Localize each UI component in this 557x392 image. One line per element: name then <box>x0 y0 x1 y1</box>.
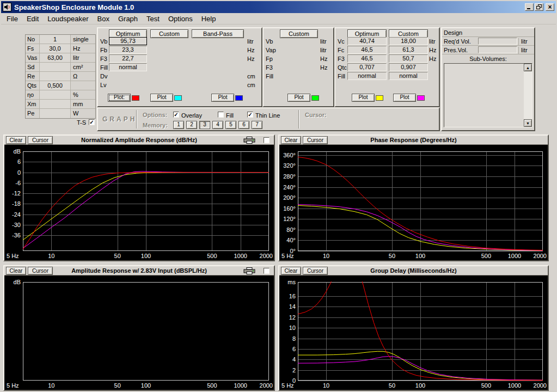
printer-icon[interactable] <box>243 267 255 274</box>
driver-param-value[interactable]: 63,00 <box>40 53 71 62</box>
thin-line-checkbox-label: Thin Line <box>255 112 280 119</box>
driver-param-label: Vas <box>26 53 40 62</box>
restore-button[interactable] <box>535 3 543 11</box>
closed-plot-button[interactable]: Plot <box>352 94 375 102</box>
driver-param-value[interactable] <box>40 109 71 118</box>
bandpass-plot-button[interactable]: Plot <box>287 94 310 102</box>
menu-item-graph[interactable]: Graph <box>114 13 142 24</box>
tick-label: 120° <box>283 216 296 222</box>
driver-param-value[interactable]: 1 <box>40 35 71 44</box>
scroll-down-button[interactable]: ▼ <box>524 119 532 127</box>
vented-row-label: Dv <box>100 73 107 79</box>
bandpass-button[interactable]: Band-Pass <box>192 29 244 38</box>
tick-label: 1000 <box>234 382 247 389</box>
vented-row-unit: litr <box>247 38 254 45</box>
vented-plot-button[interactable]: Plot <box>150 94 173 102</box>
memory-button-7[interactable]: 7 <box>252 121 262 129</box>
overlay-checkbox[interactable]: ✓ <box>173 112 179 118</box>
fill-checkbox[interactable] <box>218 112 224 118</box>
ts-checkbox[interactable]: ✓ <box>89 119 95 125</box>
clear-button[interactable]: Clear <box>281 136 301 144</box>
memory-button-5[interactable]: 5 <box>225 121 236 129</box>
driver-row: ReΩ <box>26 72 95 81</box>
title-bar[interactable]: SpeakerShop Enclosure Module 1.0 × <box>1 1 556 13</box>
scroll-up-button[interactable]: ▲ <box>524 64 532 71</box>
vented-optimum-value[interactable]: 23,3 <box>109 46 147 54</box>
driver-row: Fs30,0Hz <box>26 44 95 53</box>
group-delay-plotarea[interactable]: 1614121086420ms5 Hz105010050010002000 <box>279 275 548 390</box>
cursor-button[interactable]: Cursor <box>303 136 328 144</box>
closed-optimum-value[interactable]: 40,74 <box>347 37 387 45</box>
phase-response-plotarea[interactable]: 360°320°280°240°200°160°120°80°40°0°5 Hz… <box>279 145 548 260</box>
chart-header: Clear Cursor Phase Response (Degrees/Hz) <box>279 136 548 145</box>
driver-param-value[interactable]: 0,500 <box>40 81 71 90</box>
tick-label: 50 <box>114 253 121 259</box>
menu-item-edit[interactable]: Edit <box>22 13 43 24</box>
driver-param-value[interactable] <box>40 100 71 108</box>
menu-item-loudspeaker[interactable]: Loudspeaker <box>43 13 93 24</box>
reqd-vol-value[interactable] <box>478 38 517 45</box>
vented-custom-button[interactable]: Custom <box>150 29 188 38</box>
plot-frame <box>23 283 269 381</box>
vented-row-label: Fill <box>100 64 108 71</box>
closed-custom-value[interactable]: 50,7 <box>389 54 428 63</box>
tick-label: 8 <box>292 335 296 342</box>
memory-button-2[interactable]: 2 <box>186 121 197 129</box>
vented-optimum-value[interactable]: 95,73 <box>109 37 147 45</box>
tick-label: -30 <box>12 222 21 228</box>
thin-line-checkbox[interactable]: ✓ <box>247 112 253 118</box>
normalized-amplitude-plotarea[interactable]: 60-6-12-18-24-30-36dB5 Hz105010050010002… <box>4 145 274 260</box>
closed-custom-value[interactable]: normal <box>389 72 428 80</box>
pres-vol-value[interactable] <box>478 46 517 53</box>
tick-label: 2000 <box>534 382 547 389</box>
clear-button[interactable]: Clear <box>281 267 301 275</box>
memory-button-6[interactable]: 6 <box>238 121 249 129</box>
print-checkbox[interactable] <box>264 268 270 274</box>
sub-volumes-list[interactable]: ▲ ▼ <box>444 63 532 127</box>
closed-optimum-value[interactable]: 0,707 <box>347 63 387 71</box>
printer-icon[interactable] <box>243 137 255 144</box>
memory-label: Memory: <box>143 122 168 128</box>
sub-volumes-scrollbar[interactable]: ▲ ▼ <box>524 64 532 127</box>
clear-button[interactable]: Clear <box>6 267 26 275</box>
closed-custom-value[interactable]: 0,907 <box>389 63 428 71</box>
minimize-button[interactable] <box>525 3 534 11</box>
memory-button-4[interactable]: 4 <box>212 121 223 129</box>
memory-button-3[interactable]: 3 <box>199 121 210 129</box>
separator <box>136 110 137 128</box>
menu-item-options[interactable]: Options <box>164 13 197 24</box>
close-button[interactable]: × <box>546 3 554 11</box>
driver-param-unit: Hz <box>71 44 95 53</box>
clear-button[interactable]: Clear <box>6 136 26 144</box>
driver-param-value[interactable]: 30,0 <box>40 44 71 53</box>
tick-label: 5 Hz <box>7 253 19 259</box>
cursor-button[interactable]: Cursor <box>303 267 328 275</box>
vented-optimum-value[interactable]: 22,7 <box>109 54 147 63</box>
memory-button-1[interactable]: 1 <box>173 121 184 129</box>
cursor-button[interactable]: Cursor <box>28 267 53 275</box>
closed-custom-value[interactable]: 18,00 <box>389 37 428 45</box>
menu-item-help[interactable]: Help <box>197 13 221 24</box>
closed-custom-value[interactable]: 61,3 <box>389 46 428 54</box>
driver-param-value[interactable] <box>40 72 71 81</box>
tick-label: 6 <box>292 346 296 352</box>
driver-param-value[interactable] <box>40 63 71 71</box>
menu-item-test[interactable]: Test <box>142 13 164 24</box>
closed-optimum-value[interactable]: normal <box>347 72 387 80</box>
driver-param-value[interactable] <box>40 90 71 99</box>
bandpass-custom-button[interactable]: Custom <box>280 29 318 38</box>
closed-optimum-value[interactable]: 46,5 <box>347 54 387 63</box>
print-checkbox[interactable] <box>264 137 270 143</box>
menu-item-file[interactable]: File <box>2 13 22 24</box>
closed-optimum-value[interactable]: 46,5 <box>347 46 387 54</box>
cursor-button[interactable]: Cursor <box>28 136 53 144</box>
vented-plot-button[interactable]: Plot: <box>108 94 131 102</box>
spl-amplitude-chart: dB5 Hz105010050010002000 <box>4 275 274 390</box>
design-panel: Design Req'd Vol. litr Pres.Vol. litr Su… <box>441 27 535 131</box>
vented-optimum-value[interactable]: normal <box>109 63 147 71</box>
vented-plot-button[interactable]: Plot <box>211 94 234 102</box>
spl-response-plotarea[interactable]: dB5 Hz105010050010002000 <box>4 275 274 390</box>
closed-plot-button[interactable]: Plot <box>393 94 416 102</box>
menu-item-box[interactable]: Box <box>93 13 114 24</box>
tick-label: 100 <box>415 253 425 259</box>
